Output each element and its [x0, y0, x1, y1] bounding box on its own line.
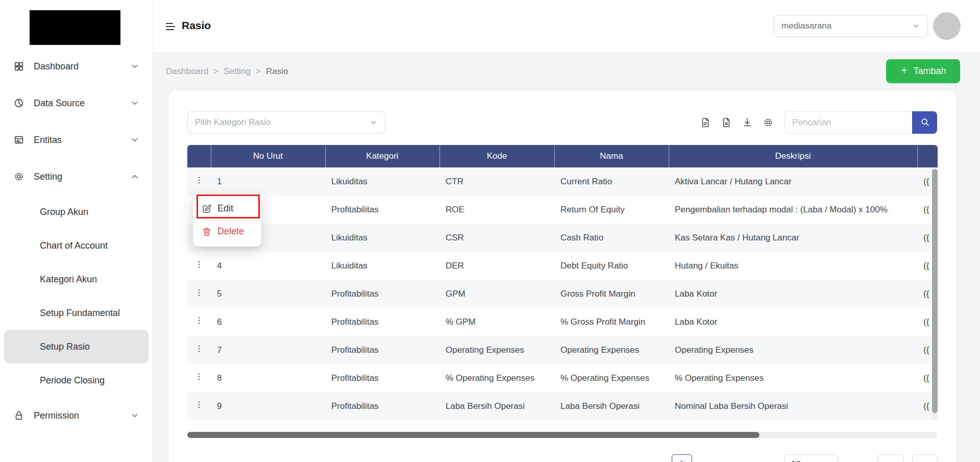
cell-no-urut: 6	[211, 308, 325, 336]
user-avatar[interactable]	[933, 12, 961, 40]
chevron-up-icon	[130, 172, 139, 181]
edit-icon	[202, 204, 212, 214]
horizontal-scrollbar-thumb[interactable]	[187, 432, 760, 438]
sidebar-item-label: Dashboard	[34, 61, 79, 72]
category-filter-placeholder: Pilih Kategori Rasio	[195, 117, 271, 128]
row-actions-kebab-icon[interactable]	[187, 364, 211, 392]
menu-toggle-icon[interactable]	[164, 20, 177, 33]
export-excel-icon[interactable]	[721, 117, 732, 128]
breadcrumb-item[interactable]: Dashboard	[166, 66, 208, 77]
sidebar-subitem-label: Chart of Account	[40, 240, 108, 251]
cell-kategori: Likuiditas	[325, 252, 439, 280]
column-header-deskripsi: Deskripsi	[669, 145, 917, 167]
cell-nama: Operating Expenses	[554, 336, 669, 364]
download-icon[interactable]	[742, 117, 753, 128]
main-content: Dashboard > Setting > Rasio Tambah Pilih…	[153, 53, 980, 462]
company-select[interactable]: mediasarana	[774, 15, 928, 37]
pagination-page-button[interactable]: 1	[672, 454, 692, 462]
cell-kategori: Profitabilitas	[325, 308, 439, 336]
cell-kode: GPM	[439, 280, 554, 308]
pagination-prev-button[interactable]	[878, 454, 903, 462]
row-actions-kebab-icon[interactable]	[187, 280, 211, 308]
page-size-value: 10	[791, 459, 801, 462]
sidebar-item-setup-rasio[interactable]: Setup Rasio	[4, 330, 149, 363]
cell-deskripsi: Aktiva Lancar / Hutang Lancar	[669, 167, 917, 196]
row-actions-kebab-icon[interactable]	[187, 308, 211, 336]
column-settings-icon[interactable]	[763, 117, 774, 128]
search-input[interactable]	[785, 111, 912, 134]
column-header-kode: Kode	[439, 145, 554, 167]
row-actions-kebab-icon[interactable]	[187, 336, 211, 364]
breadcrumb-item[interactable]: Setting	[224, 66, 251, 77]
sidebar-item-periode-closing[interactable]: Periode Closing	[4, 363, 149, 397]
cell-nama: Laba Bersih Operasi	[554, 392, 669, 420]
table-horizontal-scrollbar	[187, 432, 938, 438]
export-pdf-icon[interactable]	[700, 117, 711, 128]
sidebar: Dashboard Data Source Entitas	[0, 0, 153, 462]
cell-kode: % GPM	[439, 308, 554, 336]
cell-deskripsi: Hutang / Ekuitas	[669, 252, 917, 280]
breadcrumb-separator: >	[213, 66, 218, 77]
chevron-down-icon	[130, 135, 139, 144]
sidebar-item-setup-fundamental[interactable]: Setup Fundamental	[4, 296, 149, 330]
sidebar-item-kategori-akun[interactable]: Kategori Akun	[4, 262, 149, 296]
sidebar-item-dashboard[interactable]: Dashboard	[0, 48, 153, 85]
sidebar-item-data-source[interactable]: Data Source	[0, 85, 153, 121]
cell-deskripsi: Laba Kotor	[669, 280, 917, 308]
cell-no-urut: 1	[211, 167, 325, 196]
app-logo	[30, 10, 120, 45]
page-size-select[interactable]: 10	[785, 454, 838, 462]
context-menu-edit[interactable]: Edit	[193, 197, 261, 220]
lock-icon	[13, 410, 24, 421]
sidebar-item-setting[interactable]: Setting	[0, 158, 153, 195]
cell-deskripsi: Operating Expenses	[669, 336, 917, 364]
table-row: 4 Likuiditas DER Debt Equity Ratio Hutan…	[187, 252, 938, 280]
sidebar-item-group-akun[interactable]: Group Akun	[4, 195, 149, 229]
cell-kode: Laba Bersih Operasi	[439, 392, 554, 420]
cell-deskripsi: Nominal Laba Bersih Operasi	[669, 392, 917, 420]
chevron-down-icon	[912, 22, 920, 30]
table-row: Likuiditas CSR Cash Ratio Kas Setara Kas…	[187, 224, 938, 252]
table-toolbar	[700, 117, 774, 128]
row-actions-kebab-icon[interactable]	[187, 392, 211, 420]
cell-kode: CTR	[439, 167, 554, 196]
cell-no-urut: 9	[211, 392, 325, 420]
column-header-kategori: Kategori	[325, 145, 439, 167]
row-context-menu: Edit Delete	[193, 193, 261, 247]
sidebar-item-chart-of-account[interactable]: Chart of Account	[4, 229, 149, 262]
table-row: 6 Profitabilitas % GPM % Gross Profit Ma…	[187, 308, 938, 336]
column-header-actions	[187, 145, 211, 167]
pagination-next-button[interactable]	[912, 454, 938, 462]
search-button[interactable]	[912, 111, 937, 134]
vertical-scrollbar-thumb[interactable]	[932, 169, 938, 413]
cell-nama: Gross Profit Margin	[554, 280, 669, 308]
column-header-nama: Nama	[554, 145, 669, 167]
cell-kode: % Operating Expenses	[439, 364, 554, 392]
table-row: 7 Profitabilitas Operating Expenses Oper…	[187, 336, 938, 364]
cell-nama: Debt Equity Ratio	[554, 252, 669, 280]
row-actions-kebab-icon[interactable]	[187, 252, 211, 280]
search-bar	[785, 111, 937, 134]
sidebar-item-label: Setting	[34, 172, 62, 182]
cell-no-urut: 8	[211, 364, 325, 392]
sidebar-item-entitas[interactable]: Entitas	[0, 121, 153, 158]
sidebar-item-permission[interactable]: Permission	[0, 397, 153, 434]
add-button[interactable]: Tambah	[886, 59, 960, 83]
context-menu-edit-label: Edit	[217, 203, 233, 214]
column-header-truncated	[917, 145, 938, 167]
table-body: 1 Likuiditas CTR Current Ratio Aktiva La…	[187, 167, 938, 420]
cell-kategori: Profitabilitas	[325, 280, 439, 308]
sidebar-subitem-label: Setup Fundamental	[40, 308, 120, 319]
category-filter-select[interactable]: Pilih Kategori Rasio	[187, 111, 385, 134]
chevron-down-icon	[130, 411, 139, 420]
table-row: Profitabilitas ROE Return Of Equity Peng…	[187, 196, 938, 224]
row-actions-kebab-icon[interactable]	[187, 167, 211, 196]
cell-kategori: Likuiditas	[325, 167, 439, 196]
context-menu-delete[interactable]: Delete	[193, 220, 261, 243]
cell-kategori: Profitabilitas	[325, 196, 439, 224]
table-row: 5 Profitabilitas GPM Gross Profit Margin…	[187, 280, 938, 308]
sidebar-subitem-label: Kategori Akun	[40, 274, 97, 285]
cell-nama: % Operating Expenses	[554, 364, 669, 392]
search-icon	[920, 117, 930, 129]
table-row: 1 Likuiditas CTR Current Ratio Aktiva La…	[187, 167, 938, 196]
